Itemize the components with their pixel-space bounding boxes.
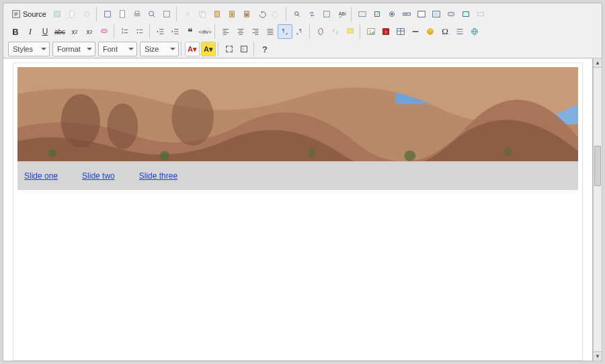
editor-content-frame[interactable]: Slide one Slide two Slide three (3, 58, 593, 361)
textarea-button[interactable] (414, 7, 429, 21)
superscript-button[interactable]: x2 (82, 24, 97, 39)
smiley-button[interactable] (423, 24, 438, 39)
find-button[interactable] (290, 7, 305, 21)
replace-button[interactable] (305, 7, 319, 21)
button-icon (446, 9, 456, 19)
save-button[interactable] (50, 7, 65, 21)
strike-button[interactable]: abc (52, 24, 67, 39)
preview-button[interactable] (79, 7, 94, 21)
scroll-up-arrow[interactable]: ▲ (594, 58, 602, 68)
redo-button[interactable] (269, 7, 284, 21)
link-button[interactable] (313, 24, 328, 39)
svg-text:2: 2 (122, 31, 124, 34)
checkbox-button[interactable] (370, 7, 385, 21)
radio-button[interactable] (385, 7, 399, 21)
bold-button[interactable]: B (8, 24, 23, 39)
align-left-button[interactable] (218, 24, 233, 39)
anchor-button[interactable] (343, 24, 358, 39)
hiddenfield-button[interactable] (473, 7, 488, 21)
maximize-button[interactable] (222, 42, 237, 56)
docprops-button[interactable] (115, 7, 130, 21)
table-button[interactable] (393, 24, 408, 39)
format-combo[interactable]: Format (52, 42, 95, 56)
iframe-button[interactable] (467, 24, 482, 39)
flash-button[interactable]: f (378, 24, 393, 39)
svg-point-44 (429, 30, 430, 31)
numberlist-button[interactable]: 12 (118, 24, 132, 39)
removeformat-button[interactable] (97, 24, 112, 39)
specialchar-button[interactable]: Ω (438, 24, 452, 39)
vertical-scrollbar[interactable]: ▲ ▼ (593, 58, 602, 361)
form-button[interactable] (355, 7, 370, 21)
undo-button[interactable] (254, 7, 269, 21)
slide-link-1[interactable]: Slide one (24, 171, 58, 181)
pagebreak-button[interactable] (452, 24, 467, 39)
subscript-button[interactable]: x2 (67, 24, 82, 39)
italic-button[interactable]: I (23, 24, 38, 39)
size-combo[interactable]: Size (140, 42, 179, 56)
blockquote-button[interactable]: ❝ (183, 24, 198, 39)
align-center-icon (236, 27, 245, 36)
paste-button[interactable] (210, 7, 225, 21)
showblocks-button[interactable] (237, 42, 251, 56)
styles-combo[interactable]: Styles (8, 42, 50, 56)
paste-word-button[interactable]: W (239, 7, 254, 21)
ltr-button[interactable]: ¶ (278, 24, 292, 39)
cut-icon (183, 9, 192, 19)
print-icon (132, 9, 142, 19)
outdent-button[interactable] (153, 24, 168, 39)
scroll-down-arrow[interactable]: ▼ (594, 351, 602, 361)
rtl-button[interactable]: ¶ (292, 24, 307, 39)
scroll-thumb[interactable] (594, 146, 601, 186)
imagebutton-icon (461, 9, 471, 19)
toolbar-row-1: Source T W (6, 5, 599, 23)
button-button[interactable] (444, 7, 458, 21)
slide-link-3[interactable]: Slide three (139, 171, 177, 181)
toolbar: Source T W (3, 3, 602, 60)
textfield-button[interactable]: ab (399, 7, 414, 21)
selectall-button[interactable] (319, 7, 334, 21)
cut-button[interactable] (180, 7, 195, 21)
hr-button[interactable] (408, 24, 423, 39)
align-justify-button[interactable] (263, 24, 278, 39)
bulletlist-button[interactable] (132, 24, 147, 39)
indent-button[interactable] (168, 24, 183, 39)
source-label: Source (23, 10, 46, 18)
svg-point-45 (431, 30, 432, 31)
svg-rect-28 (462, 12, 469, 17)
creatediv-button[interactable]: <div> (198, 24, 212, 39)
slide-tabs: Slide one Slide two Slide three (17, 161, 578, 190)
copy-button[interactable] (195, 7, 210, 21)
preview2-button[interactable] (145, 7, 159, 21)
svg-text:f: f (385, 30, 387, 34)
numberlist-icon: 12 (120, 27, 130, 36)
unlink-button[interactable] (328, 24, 343, 39)
imagebutton-button[interactable] (458, 7, 473, 21)
image-button[interactable] (364, 24, 378, 39)
source-button[interactable]: Source (8, 7, 50, 21)
spellcheck-button[interactable]: ABC (334, 7, 349, 21)
newpage-button[interactable] (65, 7, 79, 21)
bgcolor-button[interactable]: A▾ (201, 42, 216, 56)
about-button[interactable]: ? (257, 42, 272, 56)
textcolor-button[interactable]: A▾ (185, 42, 200, 56)
checkdoc-button[interactable] (159, 7, 174, 21)
slide-image[interactable] (17, 67, 578, 161)
underline-button[interactable]: U (38, 24, 52, 39)
slide-link-2[interactable]: Slide two (82, 171, 115, 181)
link-icon (316, 27, 325, 36)
font-combo[interactable]: Font (98, 42, 137, 56)
svg-rect-17 (323, 11, 329, 17)
align-center-button[interactable] (233, 24, 248, 39)
align-right-button[interactable] (248, 24, 263, 39)
bulletlist-icon (135, 27, 145, 36)
templates-button[interactable] (100, 7, 115, 21)
rtl-icon: ¶ (295, 27, 305, 36)
svg-point-53 (107, 103, 138, 149)
print-button[interactable] (130, 7, 145, 21)
svg-point-22 (391, 13, 393, 15)
editor-body[interactable]: Slide one Slide two Slide three (13, 62, 583, 361)
select-button[interactable] (429, 7, 444, 21)
textcolor-label: A (188, 45, 193, 53)
paste-text-button[interactable]: T (225, 7, 239, 21)
